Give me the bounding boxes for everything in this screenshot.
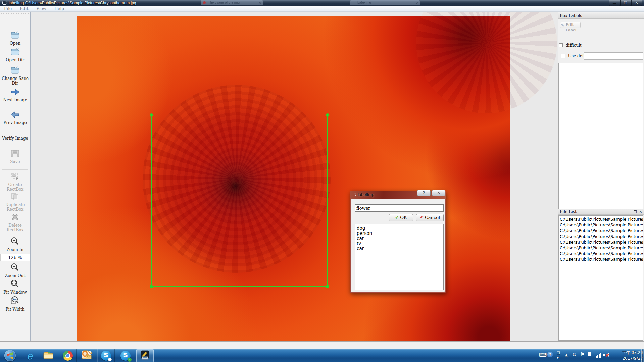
show-hidden-icons-arrow[interactable]: ▲ xyxy=(565,353,568,357)
tab-close-icon: ✕ xyxy=(259,1,261,5)
toolbar-separator xyxy=(2,235,28,235)
menu-edit[interactable]: Edit xyxy=(16,6,32,11)
folder-icon xyxy=(10,47,20,56)
label-text-input[interactable] xyxy=(355,204,444,212)
dialog-title-text: labelImg xyxy=(358,192,374,197)
volume-muted-icon[interactable] xyxy=(603,352,609,357)
zoom-in-icon xyxy=(10,237,20,246)
bbox-handle-bottomleft[interactable] xyxy=(150,285,153,288)
power-plug-icon[interactable] xyxy=(588,352,594,357)
taskbar-outlook[interactable] xyxy=(78,349,95,362)
cancel-label: Cancel xyxy=(425,215,440,220)
restore-button[interactable]: ❐ xyxy=(620,0,631,6)
file-list-item[interactable]: C:\Users\Public\Pictures\Sample Pictures… xyxy=(559,251,643,256)
file-list-dock-title[interactable]: File List ❐ ✕ xyxy=(558,209,644,215)
minimize-button[interactable]: — xyxy=(609,0,620,6)
use-default-label-checkbox[interactable] xyxy=(561,54,565,58)
outlook-icon xyxy=(81,350,92,361)
zoom-percent-input[interactable]: 126 % xyxy=(0,254,30,261)
file-list-item[interactable]: C:\Users\Public\Pictures\Sample Pictures… xyxy=(559,239,643,245)
bbox-handle-topright[interactable] xyxy=(326,113,329,117)
file-list-item[interactable]: C:\Users\Public\Pictures\Sample Pictures… xyxy=(559,256,643,262)
window-title: labelImg C:\Users\Public\Pictures\Sample… xyxy=(9,1,136,5)
fit-width-button[interactable]: Fit Width xyxy=(0,296,30,312)
difficult-checkbox[interactable] xyxy=(559,43,563,47)
close-button[interactable]: ✕ xyxy=(631,0,642,6)
taskbar-clock[interactable]: 下午 07:20 2017/9/27 xyxy=(612,350,643,361)
box-labels-dock-title[interactable]: Box Labels xyxy=(558,13,644,19)
show-desktop-button[interactable] xyxy=(641,349,644,362)
file-list-item[interactable]: C:\Users\Public\Pictures\Sample Pictures… xyxy=(559,222,643,228)
toolbar-drag-handle[interactable] xyxy=(1,13,29,14)
prev-image-button[interactable]: Prev Image xyxy=(0,110,30,125)
taskbar-labelimg-active[interactable] xyxy=(136,349,154,362)
label-dialog: labelImg ? ✕ ✔ OK ↶ Cancel dog person ca… xyxy=(350,191,446,293)
fit-width-icon xyxy=(10,296,20,306)
keyboard-input-icon[interactable]: ⌨ xyxy=(539,352,547,358)
menu-view[interactable]: View xyxy=(32,6,50,11)
file-list-item[interactable]: C:\Users\Public\Pictures\Sample Pictures… xyxy=(559,245,643,251)
ok-button[interactable]: ✔ OK xyxy=(389,214,413,221)
fit-window-button[interactable]: Fit Window xyxy=(0,279,30,295)
taskbar-chrome[interactable] xyxy=(59,349,77,362)
open-button[interactable]: Open xyxy=(0,30,30,46)
delete-rectbox-button[interactable]: Delete RectBox xyxy=(0,213,30,232)
network-signal-icon[interactable] xyxy=(596,352,601,358)
action-center-flag-icon[interactable]: ⚑ xyxy=(580,351,585,357)
close-panel-icon[interactable]: ✕ xyxy=(638,210,643,214)
label-options-list[interactable]: dog person cat tv car xyxy=(355,224,444,290)
label-option[interactable]: person xyxy=(355,231,443,236)
bbox-handle-topleft[interactable] xyxy=(150,113,153,117)
next-image-label: Next Image xyxy=(0,98,30,102)
help-tray-icon[interactable]: ? xyxy=(547,352,553,357)
zoom-out-button[interactable]: Zoom Out xyxy=(0,263,30,278)
taskbar-skype-2[interactable]: S ✓ xyxy=(117,349,134,362)
edit-label-button[interactable]: ✎ Edit Label xyxy=(560,22,581,28)
create-rectbox-icon xyxy=(10,172,20,181)
image-canvas[interactable] xyxy=(31,12,558,341)
taskbar-internet-explorer[interactable]: e xyxy=(21,349,38,362)
online-check-badge: ✓ xyxy=(128,358,132,362)
taskbar-windows-explorer[interactable] xyxy=(40,349,57,362)
skype-icon: S ✓ xyxy=(120,351,131,361)
zoom-in-button[interactable]: Zoom In xyxy=(0,237,30,252)
save-button[interactable]: Save xyxy=(0,149,30,164)
background-browser-tab: LabelImg ✕ xyxy=(350,0,420,5)
label-option[interactable]: car xyxy=(355,246,443,251)
box-labels-title-text: Box Labels xyxy=(560,13,582,18)
menu-file[interactable]: File xyxy=(0,6,16,11)
default-label-input[interactable] xyxy=(584,52,643,60)
delete-rectbox-label2: RectBox xyxy=(0,228,30,232)
bbox-handle-bottomright[interactable] xyxy=(326,285,329,288)
labelimg-dialog-icon xyxy=(352,193,356,196)
label-option[interactable]: dog xyxy=(355,226,443,231)
labelimg-icon xyxy=(140,350,150,361)
taskbar-skype-1[interactable]: S xyxy=(97,349,115,362)
label-option[interactable]: cat xyxy=(355,236,443,241)
menu-help[interactable]: Help xyxy=(50,6,68,11)
cancel-button[interactable]: ↶ Cancel xyxy=(416,214,444,221)
bounding-box[interactable] xyxy=(151,115,328,287)
verify-image-button[interactable]: Verify Image xyxy=(0,136,30,141)
duplicate-rectbox-button[interactable]: Duplicate RectBox xyxy=(0,192,30,212)
difficult-checkbox-row[interactable]: difficult xyxy=(559,43,582,48)
file-list-item[interactable]: C:\Users\Public\Pictures\Sample Pictures… xyxy=(559,234,643,239)
dialog-close-button[interactable]: ✕ xyxy=(432,190,445,196)
file-list-item[interactable]: C:\Users\Public\Pictures\Sample Pictures… xyxy=(559,216,643,222)
window-restore-tray-icon[interactable]: ❐▼ xyxy=(557,351,560,360)
label-option[interactable]: tv xyxy=(355,241,443,246)
create-rectbox-button[interactable]: Create RectBox xyxy=(0,172,30,192)
change-save-dir-button[interactable]: Change Save Dir xyxy=(0,65,30,86)
start-button[interactable] xyxy=(1,349,19,362)
dialog-titlebar[interactable]: labelImg ? ✕ xyxy=(350,191,446,199)
open-dir-button[interactable]: Open Dir xyxy=(0,47,30,62)
right-dock-panel: Box Labels ✎ Edit Label difficult Use de… xyxy=(558,12,644,341)
tab-favicon xyxy=(203,1,206,4)
float-panel-icon[interactable]: ❐ xyxy=(633,210,638,214)
dialog-help-button[interactable]: ? xyxy=(417,190,431,196)
file-list[interactable]: C:\Users\Public\Pictures\Sample Pictures… xyxy=(558,215,643,341)
file-list-item[interactable]: C:\Users\Public\Pictures\Sample Pictures… xyxy=(559,228,643,234)
box-labels-list[interactable] xyxy=(558,63,643,219)
sync-tray-icon[interactable]: ↻ xyxy=(572,352,577,358)
next-image-button[interactable]: Next Image xyxy=(0,88,30,102)
